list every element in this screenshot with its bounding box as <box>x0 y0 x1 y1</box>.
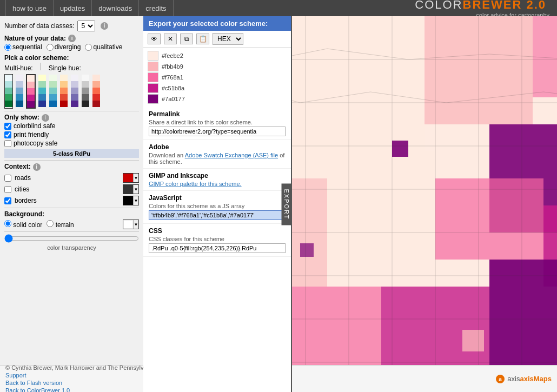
css-desc: CSS classes for this scheme <box>149 236 286 242</box>
css-value-input[interactable] <box>149 243 286 253</box>
roads-row: roads ▼ <box>4 173 139 183</box>
javascript-title: JavaScript <box>149 194 286 202</box>
gimp-title: GIMP and Inkscape <box>149 172 286 180</box>
print-friendly-check[interactable]: print friendly <box>4 131 57 138</box>
palette-blues[interactable] <box>15 74 24 109</box>
footer-logo-text: axisaxisMaps <box>507 375 552 383</box>
css-section: CSS CSS classes for this scheme <box>143 224 291 257</box>
permalink-section: Permalink Share a direct link to this co… <box>143 107 291 140</box>
solid-color-radio[interactable]: solid color <box>4 220 42 229</box>
nature-sequential[interactable]: sequential <box>4 43 42 51</box>
roads-check[interactable] <box>4 175 11 182</box>
palette-ylgnbu[interactable] <box>38 74 47 109</box>
swatch-row-0: #feebe2 <box>148 51 287 61</box>
palette-greens[interactable] <box>4 74 13 109</box>
svg-rect-15 <box>462 330 484 351</box>
palette-orrd[interactable] <box>59 74 68 109</box>
book-icon-btn[interactable]: 📋 <box>196 34 209 44</box>
transparency-label: color transparency <box>4 244 139 251</box>
svg-rect-13 <box>392 141 408 157</box>
map-area <box>292 16 557 392</box>
palette-grays[interactable] <box>81 74 90 109</box>
nav-updates[interactable]: updates <box>54 0 92 16</box>
swatch-4 <box>148 94 158 104</box>
left-top-panel: Number of data classes: 3456789 i Nature… <box>0 16 143 392</box>
swatch-label-4: #7a0177 <box>162 96 185 102</box>
mid-section: Only show: i colorblind safe print frien… <box>4 114 139 147</box>
right-area: Export your selected color scheme: 👁 ✕ ⧉… <box>143 16 557 392</box>
background-label: Background: <box>4 210 139 218</box>
svg-rect-16 <box>300 243 314 257</box>
x-icon-btn[interactable]: ✕ <box>164 34 177 44</box>
bg-color-picker[interactable]: ▼ <box>123 220 139 229</box>
num-classes-row: Number of data classes: 3456789 i <box>4 21 139 31</box>
colorblind-safe-check[interactable]: colorblind safe <box>4 122 57 130</box>
swatch-1 <box>148 62 158 71</box>
svg-text:a: a <box>499 376 502 382</box>
singlehue-label: Single hue: <box>49 64 81 72</box>
swatch-row-2: #f768a1 <box>148 72 287 82</box>
nature-label: Nature of your data: <box>4 35 66 42</box>
borders-color-picker[interactable]: ▼ <box>123 196 139 205</box>
cities-check[interactable] <box>4 186 11 193</box>
background-section: Background: solid color terrain ▼ <box>4 210 139 229</box>
borders-row: borders ▼ <box>4 196 139 205</box>
nav-how-to-use[interactable]: how to use <box>5 0 54 16</box>
roads-color-picker[interactable]: ▼ <box>123 173 139 183</box>
map-svg <box>292 16 557 392</box>
export-tools: 👁 ✕ ⧉ 📋 HEX RGB <box>143 31 291 48</box>
swatch-row-3: #c51b8a <box>148 83 287 93</box>
context-items: roads ▼ cities ▼ <box>4 173 139 205</box>
borders-check[interactable] <box>4 197 11 204</box>
top-nav: how to use updates downloads credits COL… <box>0 0 557 16</box>
permalink-title: Permalink <box>149 110 286 118</box>
javascript-value-input[interactable] <box>149 210 286 220</box>
nav-downloads[interactable]: downloads <box>92 0 139 16</box>
palette-purples[interactable] <box>70 74 79 109</box>
javascript-section: JavaScript Colors for this scheme as a J… <box>143 191 291 224</box>
svg-rect-8 <box>435 178 543 260</box>
gimp-section: GIMP and Inkscape GIMP color palette for… <box>143 169 291 191</box>
eye-icon-btn[interactable]: 👁 <box>148 34 161 44</box>
gimp-desc: GIMP color palette for this scheme. <box>149 181 286 187</box>
swatch-label-1: #fbb4b9 <box>162 63 183 70</box>
adobe-title: Adobe <box>149 143 286 151</box>
nature-options: sequential diverging qualitative <box>4 43 139 51</box>
svg-rect-3 <box>533 16 557 97</box>
export-vertical-tab[interactable]: EXPORT <box>281 183 291 225</box>
nature-qualitative[interactable]: qualitative <box>85 43 122 51</box>
num-classes-label: Number of data classes: <box>4 22 74 30</box>
scheme-name-label: 5-class RdPu <box>4 149 139 158</box>
adobe-link[interactable]: Adobe Swatch Exchange (ASE) file <box>185 152 278 158</box>
nav-credits[interactable]: credits <box>139 0 173 16</box>
nature-section: Nature of your data: i sequential diverg… <box>4 35 139 51</box>
swatch-label-2: #f768a1 <box>162 74 183 81</box>
num-classes-info[interactable]: i <box>101 22 108 30</box>
cities-row: cities ▼ <box>4 184 139 194</box>
footer-logo: a axisaxisMaps <box>495 374 552 384</box>
gimp-link[interactable]: GIMP color palette for this scheme. <box>149 181 242 187</box>
swatch-row-4: #7a0177 <box>148 94 287 104</box>
roads-label: roads <box>15 174 31 182</box>
terrain-radio[interactable]: terrain <box>47 220 74 229</box>
transparency-section: color transparency <box>4 234 139 251</box>
nature-diverging[interactable]: diverging <box>47 43 81 51</box>
copy-icon-btn[interactable]: ⧉ <box>180 34 193 44</box>
palette-teal[interactable] <box>49 74 57 109</box>
only-show-info[interactable]: i <box>42 114 49 122</box>
cities-color-picker[interactable]: ▼ <box>123 184 139 194</box>
palette-rdpu[interactable] <box>26 74 36 109</box>
permalink-url-input[interactable] <box>149 127 286 136</box>
background-options: solid color terrain ▼ <box>4 220 139 229</box>
transparency-slider[interactable] <box>4 234 139 243</box>
num-classes-select[interactable]: 3456789 <box>77 21 95 31</box>
nature-info[interactable]: i <box>68 35 76 42</box>
context-info[interactable]: i <box>33 163 41 171</box>
swatch-label-3: #c51b8a <box>162 85 184 91</box>
photocopy-safe-check[interactable]: photocopy safe <box>4 139 57 147</box>
only-show-label: Only show: <box>4 114 39 121</box>
palette-reds[interactable] <box>92 74 101 109</box>
format-select[interactable]: HEX RGB <box>213 33 243 45</box>
only-show-section: Only show: i colorblind safe print frien… <box>4 114 57 147</box>
multihue-label: Multi-hue: <box>4 64 33 72</box>
